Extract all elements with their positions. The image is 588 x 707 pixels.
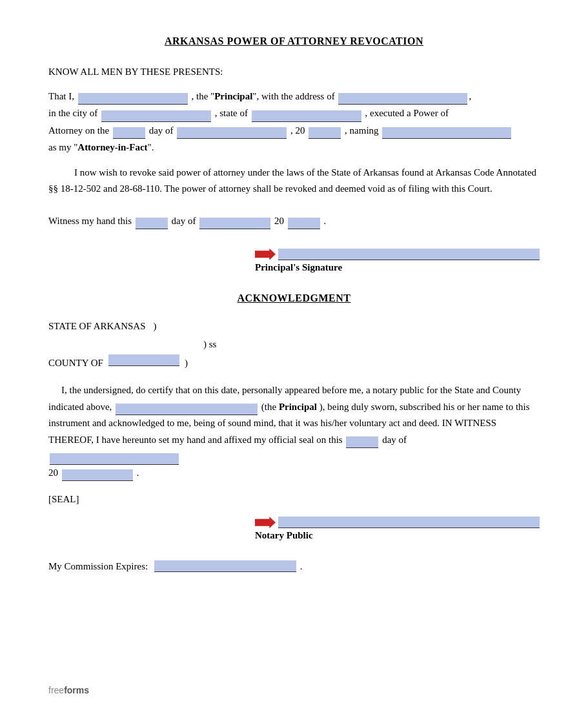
notary-arrow-icon — [255, 517, 276, 528]
principal-signature-block: Principal's Signature — [255, 249, 540, 273]
body-p1-pre2: , the " — [191, 91, 214, 101]
ack-month-field[interactable] — [50, 453, 179, 465]
body-paragraph-1: That I, , the "Principal", with the addr… — [48, 88, 540, 156]
body-p1-20: , 20 — [290, 125, 305, 136]
notary-signature-block: Notary Public — [255, 517, 540, 541]
witness-period: . — [323, 216, 326, 226]
witness-month-field[interactable] — [199, 218, 270, 229]
document-title: ARKANSAS POWER OF ATTORNEY REVOCATION — [48, 36, 540, 47]
principal-label: Principal — [214, 91, 252, 101]
notary-sig-label: Notary Public — [255, 530, 540, 541]
arrow-icon — [255, 249, 276, 260]
county-label: COUNTY OF — [48, 354, 103, 373]
commission-line: My Commission Expires: . — [48, 560, 540, 572]
witness-line: Witness my hand this day of 20 . — [48, 212, 540, 229]
body-p1-city: in the city of — [48, 108, 97, 118]
notary-sig-field[interactable] — [278, 517, 540, 528]
county-paren: ) — [185, 354, 188, 373]
comma1: , — [469, 91, 471, 101]
month-year-field[interactable] — [177, 127, 287, 139]
attorney-in-fact-name-field[interactable] — [382, 127, 511, 139]
commission-period: . — [300, 561, 303, 571]
aif-label: Attorney-in-Fact — [77, 142, 147, 152]
body-p1-pre1: That I, — [48, 91, 74, 101]
state-line: STATE OF ARKANSAS ) — [48, 317, 540, 336]
ack-20: 20 — [48, 467, 58, 478]
body-p1-aif-pre: as my " — [48, 142, 77, 152]
day-field-1[interactable] — [113, 127, 145, 139]
witness-20: 20 — [274, 216, 284, 226]
know-all-text: KNOW ALL MEN BY THESE PRESENTS: — [48, 67, 540, 77]
state-field[interactable] — [252, 110, 361, 122]
acknowledgment-title: ACKNOWLEDGMENT — [48, 292, 540, 304]
witness-day-of: day of — [171, 216, 196, 226]
county-line: COUNTY OF ) — [48, 354, 540, 373]
principal-sig-field[interactable] — [278, 249, 540, 260]
body-p1-aif-post: ". — [148, 142, 154, 152]
ack-principal-name-field[interactable] — [116, 404, 258, 415]
commission-pre: My Commission Expires: — [48, 561, 148, 571]
county-field[interactable] — [108, 354, 179, 366]
state-paren: ) — [154, 317, 157, 336]
witness-year-field[interactable] — [288, 218, 320, 229]
freeforms-footer: freeforms — [48, 685, 89, 695]
ack-the: (the — [261, 402, 276, 412]
footer-forms: forms — [64, 685, 89, 695]
commission-date-field[interactable] — [154, 560, 296, 572]
principal-sig-label: Principal's Signature — [255, 262, 540, 273]
address-field[interactable] — [338, 93, 467, 105]
ack-day-field[interactable] — [346, 436, 378, 448]
seal-label: [SEAL] — [48, 494, 540, 505]
notary-sig-arrow-row — [255, 517, 540, 528]
ack-year-field[interactable] — [62, 469, 133, 481]
ack-body: I, the undersigned, do certify that on t… — [48, 382, 540, 481]
body-p1-naming: , naming — [345, 125, 379, 136]
body-p1-attorney: Attorney on the — [48, 125, 109, 136]
witness-pre: Witness my hand this — [48, 216, 132, 226]
city-field[interactable] — [101, 110, 211, 122]
ack-day-of: day of — [382, 435, 407, 445]
revoke-paragraph: I now wish to revoke said power of attor… — [48, 165, 540, 197]
year-field-1[interactable] — [309, 127, 341, 139]
principal-name-field[interactable] — [78, 93, 188, 105]
ss-line: ) ss — [203, 335, 540, 354]
body-p1-post2: ", with the address of — [252, 91, 334, 101]
ack-principal-label: Principal — [279, 402, 317, 412]
body-p1-executed: , executed a Power of — [365, 108, 449, 118]
footer-free: free — [48, 685, 64, 695]
principal-sig-arrow-row — [255, 249, 540, 260]
state-county-block: STATE OF ARKANSAS ) ) ss COUNTY OF ) — [48, 317, 540, 373]
witness-day-field[interactable] — [136, 218, 168, 229]
body-p1-dayof: day of — [149, 125, 174, 136]
ack-period: . — [137, 467, 139, 478]
body-p1-state: , state of — [215, 108, 248, 118]
state-label: STATE OF ARKANSAS — [48, 317, 146, 336]
document-page: ARKANSAS POWER OF ATTORNEY REVOCATION KN… — [0, 0, 588, 707]
